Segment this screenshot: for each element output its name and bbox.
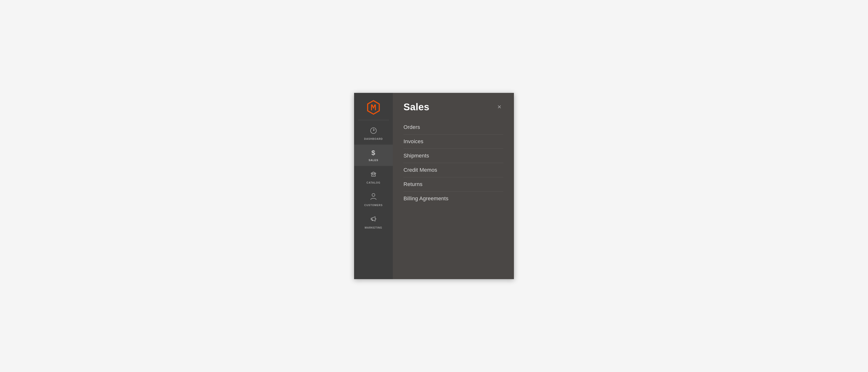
sales-panel: Sales × Orders Invoices Shipments Credit… [393,93,514,279]
menu-item-credit-memos[interactable]: Credit Memos [403,163,503,177]
menu-item-orders[interactable]: Orders [403,120,503,134]
catalog-icon [370,170,377,179]
panel-header: Sales × [403,102,503,112]
marketing-icon [370,215,377,224]
menu-item-billing-agreements[interactable]: Billing Agreements [403,192,503,206]
sidebar-item-dashboard-label: DASHBOARD [364,137,383,140]
sidebar-item-sales[interactable]: $ SALES [354,145,393,166]
sidebar-item-marketing[interactable]: MARKETING [354,211,393,233]
dashboard-icon [370,127,377,135]
sidebar-item-dashboard[interactable]: DASHBOARD [354,123,393,145]
menu-item-returns[interactable]: Returns [403,177,503,192]
app-container: DASHBOARD $ SALES CATALOG [354,93,514,279]
svg-point-4 [375,218,376,219]
sidebar-item-catalog[interactable]: CATALOG [354,166,393,189]
menu-item-shipments[interactable]: Shipments [403,149,503,163]
sales-icon: $ [372,149,376,157]
sidebar-item-catalog-label: CATALOG [366,181,380,184]
svg-point-1 [373,130,374,131]
sidebar-divider [358,120,389,120]
svg-point-3 [372,194,375,196]
sidebar: DASHBOARD $ SALES CATALOG [354,93,393,279]
menu-item-invoices[interactable]: Invoices [403,134,503,149]
sidebar-item-customers[interactable]: CUSTOMERS [354,189,393,211]
sidebar-item-sales-label: SALES [369,159,378,162]
close-button[interactable]: × [496,103,503,111]
magento-logo [366,100,381,115]
customers-icon [370,193,377,202]
logo-area [354,93,393,120]
panel-title: Sales [403,102,429,112]
sidebar-item-marketing-label: MARKETING [365,226,382,229]
sales-menu-list: Orders Invoices Shipments Credit Memos R… [403,120,503,206]
sidebar-item-customers-label: CUSTOMERS [364,204,383,207]
